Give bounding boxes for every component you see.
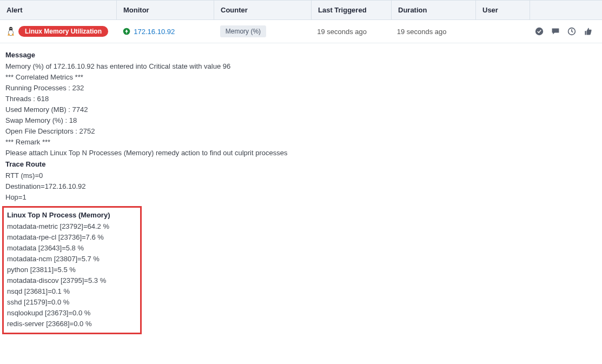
process-row: motadata-discov [23795]=5.3 % <box>7 276 110 284</box>
remark-header: *** Remark *** <box>5 138 597 146</box>
process-row: motadata-ncm [23807]=5.7 % <box>7 255 110 263</box>
metric-threads: Threads : 618 <box>5 95 597 103</box>
counter-badge: Memory (%) <box>220 25 266 37</box>
metric-swap: Swap Memory (%) : 18 <box>5 116 597 124</box>
top-n-process-box: Linux Top N Process (Memory) motadata-me… <box>2 206 142 334</box>
col-header-counter[interactable]: Counter <box>214 1 312 19</box>
linux-icon <box>6 27 15 36</box>
process-row: python [23811]=5.5 % <box>7 266 110 274</box>
history-icon[interactable] <box>567 27 576 36</box>
col-header-last[interactable]: Last Triggered <box>312 1 392 19</box>
metric-running-processes: Running Processes : 232 <box>5 84 597 92</box>
col-header-monitor[interactable]: Monitor <box>117 1 214 19</box>
process-row: nsqd [23681]=0.1 % <box>7 287 110 295</box>
monitor-link[interactable]: 172.16.10.92 <box>134 28 175 36</box>
trace-hop: Hop=1 <box>5 193 597 201</box>
svg-point-4 <box>11 29 12 29</box>
acknowledge-icon[interactable] <box>535 27 544 36</box>
col-header-duration[interactable]: Duration <box>392 1 476 19</box>
metric-used-memory: Used Memory (MB) : 7742 <box>5 105 597 114</box>
comment-icon[interactable] <box>551 27 560 36</box>
remark-text: Please attach Linux Top N Processes (Mem… <box>5 149 597 157</box>
col-header-actions <box>530 1 602 19</box>
col-header-user[interactable]: User <box>476 1 530 19</box>
trace-destination: Destination=172.16.10.92 <box>5 182 597 190</box>
process-row: redis-server [23668]=0.0 % <box>7 320 110 328</box>
alert-detail-panel: Message Memory (%) of 172.16.10.92 has e… <box>0 43 602 336</box>
last-triggered-text: 19 seconds ago <box>317 28 367 36</box>
correlated-header: *** Correlated Metrics *** <box>5 73 597 81</box>
process-row: motadata-rpe-cl [23736]=7.6 % <box>7 233 110 241</box>
thumbs-up-icon[interactable] <box>584 27 592 36</box>
trace-rtt: RTT (ms)=0 <box>5 171 597 180</box>
alerts-table-header: Alert Monitor Counter Last Triggered Dur… <box>0 0 602 20</box>
process-row: motadata [23643]=5.8 % <box>7 244 110 252</box>
trace-route-title: Trace Route <box>5 160 597 168</box>
process-row: sshd [21579]=0.0 % <box>7 298 110 306</box>
metric-open-fd: Open File Descriptors : 2752 <box>5 127 597 135</box>
duration-text: 19 seconds ago <box>397 28 447 36</box>
alert-severity-badge: Linux Memory Utilization <box>18 26 108 37</box>
alert-row[interactable]: Linux Memory Utilization 172.16.10.92 Me… <box>0 20 602 43</box>
message-title: Message <box>5 51 597 59</box>
process-row: nsqlookupd [23673]=0.0 % <box>7 309 110 317</box>
process-row: motadata-metric [23792]=64.2 % <box>7 222 110 230</box>
topn-title: Linux Top N Process (Memory) <box>7 211 110 219</box>
col-header-alert[interactable]: Alert <box>0 1 117 19</box>
message-main: Memory (%) of 172.16.10.92 has entered i… <box>5 62 597 70</box>
svg-point-3 <box>10 29 10 29</box>
status-up-icon <box>123 28 130 35</box>
svg-point-7 <box>535 28 543 35</box>
